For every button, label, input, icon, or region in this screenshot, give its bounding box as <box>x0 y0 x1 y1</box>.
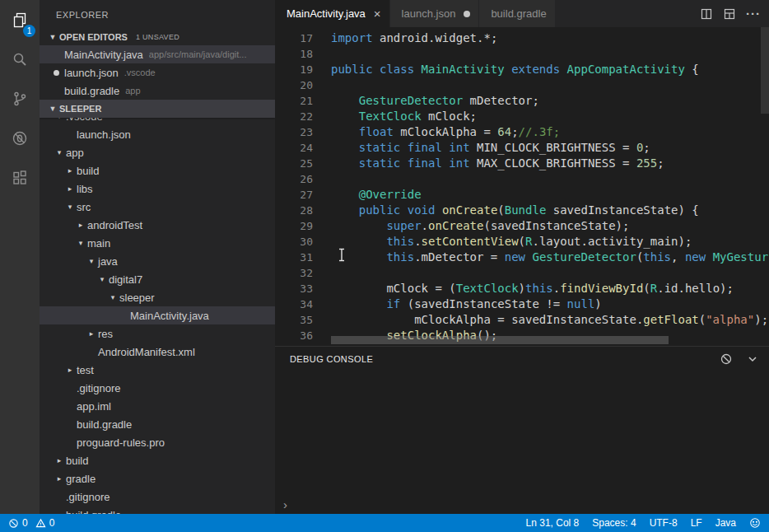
line-content <box>313 77 331 93</box>
open-editor-launch-json[interactable]: launch.json.vscode <box>40 63 275 82</box>
activity-item-explorer[interactable]: 1 <box>0 0 40 40</box>
workbench: 1 <box>0 0 769 514</box>
tree-item-label: proguard-rules.pro <box>77 436 165 449</box>
tree-folder-libs[interactable]: ▸libs <box>40 180 275 198</box>
editor-group: MainActivity.java×launch.jsonbuild.gradl… <box>275 0 769 514</box>
line-content: this.setContentView(R.layout.activity_ma… <box>313 234 692 250</box>
tab-launch-json[interactable]: launch.json <box>390 0 480 27</box>
status-spaces-4[interactable]: Spaces: 4 <box>592 517 636 529</box>
tree-folder-digital7[interactable]: ▾digital7 <box>40 270 275 288</box>
line-number: 31 <box>275 250 313 265</box>
status-ln-31-col-8[interactable]: Ln 31, Col 8 <box>526 517 580 529</box>
problems-indicator[interactable]: 0 0 <box>8 517 54 529</box>
status-lf[interactable]: LF <box>691 517 702 529</box>
open-editors-header[interactable]: ▼ OPEN EDITORS 1 UNSAVED <box>40 29 275 45</box>
tree-file-gitignore[interactable]: .gitignore <box>40 488 275 506</box>
status-utf-8[interactable]: UTF-8 <box>650 517 678 529</box>
tree-file-gitignore[interactable]: .gitignore <box>40 379 275 397</box>
source-control-icon <box>10 89 30 109</box>
open-editors-list: MainActivity.javaapp/src/main/java/digit… <box>40 45 275 100</box>
status-left: 0 0 <box>8 517 54 529</box>
tree-item-label: libs <box>77 183 93 195</box>
tree-item-label: main <box>87 237 110 250</box>
debug-console-input[interactable]: › <box>275 494 769 514</box>
warning-count: 0 <box>49 517 55 529</box>
panel-tab-debug-console[interactable]: DEBUG CONSOLE <box>290 354 373 364</box>
tab-mainactivity-java[interactable]: MainActivity.java× <box>275 0 390 27</box>
more-actions-icon[interactable]: ··· <box>746 7 761 21</box>
tree-folder-vscode[interactable]: ▾.vscode <box>40 118 275 125</box>
tree-folder-main[interactable]: ▾main <box>40 234 275 252</box>
chevron-expanded-icon: ▾ <box>96 275 109 283</box>
tree-item-label: androidTest <box>87 219 142 231</box>
line-content <box>313 171 331 187</box>
tree-folder-androidtest[interactable]: ▸androidTest <box>40 216 275 234</box>
open-editor-label: MainActivity.java <box>64 49 143 61</box>
tree-folder-build[interactable]: ▸build <box>40 161 275 180</box>
chevron-collapsed-icon: ▸ <box>63 184 77 193</box>
code-line-32: 32 <box>275 265 769 281</box>
tree-item-label: app <box>66 147 84 159</box>
chevron-collapsed-icon: ▸ <box>63 366 77 374</box>
tree-folder-app[interactable]: ▾app <box>40 143 275 161</box>
workspace-folder-label: SLEEPER <box>59 104 101 114</box>
tree-folder-sleeper[interactable]: ▾sleeper <box>40 288 275 306</box>
split-editor-icon[interactable] <box>700 7 713 21</box>
chevron-collapsed-icon: ▸ <box>53 474 66 483</box>
extensions-icon <box>10 168 30 188</box>
open-editor-mainactivity-java[interactable]: MainActivity.javaapp/src/main/java/digit… <box>40 45 275 63</box>
tree-file-proguard-rules-pro[interactable]: proguard-rules.pro <box>40 433 275 451</box>
tree-folder-res[interactable]: ▸res <box>40 324 275 343</box>
line-number: 36 <box>275 328 313 343</box>
close-icon[interactable]: × <box>374 7 381 20</box>
tree-folder-src[interactable]: ▾src <box>40 198 275 216</box>
activity-item-search[interactable] <box>0 40 40 79</box>
chevron-expanded-icon: ▾ <box>106 293 119 301</box>
editor-layout-icon[interactable] <box>723 7 736 21</box>
tree-folder-gradle[interactable]: ▸gradle <box>40 469 275 488</box>
tree-file-build-gradle[interactable]: build.gradle <box>40 506 275 514</box>
tree-folder-test[interactable]: ▸test <box>40 361 275 379</box>
tree-item-label: build.gradle <box>77 418 132 431</box>
line-content <box>313 46 331 62</box>
code-line-19: 19public class MainActivity extends AppC… <box>275 62 769 77</box>
line-number: 28 <box>275 203 313 218</box>
chevron-collapsed-icon: ▸ <box>63 166 77 175</box>
tree-file-mainactivity-java[interactable]: MainActivity.java <box>40 306 275 324</box>
line-content: mClock = (TextClock)this.findViewById(R.… <box>313 281 734 296</box>
tab-build-gradle[interactable]: build.gradle <box>479 0 555 27</box>
line-content: TextClock mClock; <box>313 109 477 124</box>
line-number: 32 <box>275 265 313 281</box>
line-number: 26 <box>275 171 313 187</box>
code-editor[interactable]: 17import android.widget.*;1819public cla… <box>275 27 769 346</box>
workspace-folder-header[interactable]: ▼ SLEEPER <box>40 100 275 118</box>
horizontal-scrollbar[interactable] <box>331 336 669 344</box>
activity-item-source-control[interactable] <box>0 79 40 119</box>
line-number: 18 <box>275 46 313 62</box>
tree-file-launch-json[interactable]: launch.json <box>40 125 275 143</box>
tab-label: build.gradle <box>491 7 546 20</box>
clear-console-icon[interactable] <box>720 352 733 366</box>
line-number: 24 <box>275 140 313 156</box>
activity-item-debug[interactable] <box>0 119 40 158</box>
chevron-down-icon: ▼ <box>46 105 59 113</box>
tree-item-label: test <box>77 364 94 376</box>
chevron-collapsed-icon: ▸ <box>85 329 98 338</box>
status-right: Ln 31, Col 8Spaces: 4UTF-8LFJava <box>526 517 761 529</box>
open-editor-build-gradle[interactable]: build.gradleapp <box>40 82 275 100</box>
code-line-28: 28 public void onCreate(Bundle savedInst… <box>275 203 769 218</box>
tree-file-androidmanifest-xml[interactable]: AndroidManifest.xml <box>40 343 275 361</box>
activity-item-extensions[interactable] <box>0 158 40 198</box>
feedback-smiley-icon[interactable] <box>749 517 761 529</box>
error-icon <box>8 518 19 529</box>
tree-folder-java[interactable]: ▾java <box>40 252 275 270</box>
chevron-down-icon[interactable] <box>746 352 759 366</box>
code-line-21: 21 GestureDetector mDetector; <box>275 93 769 109</box>
tree-folder-build[interactable]: ▸build <box>40 451 275 469</box>
tree-item-label: build <box>66 455 88 467</box>
tree-file-app-iml[interactable]: app.iml <box>40 397 275 415</box>
tab-label: MainActivity.java <box>287 7 366 20</box>
status-java[interactable]: Java <box>715 517 736 529</box>
tree-file-build-gradle[interactable]: build.gradle <box>40 415 275 433</box>
vertical-scrollbar[interactable] <box>761 27 769 114</box>
